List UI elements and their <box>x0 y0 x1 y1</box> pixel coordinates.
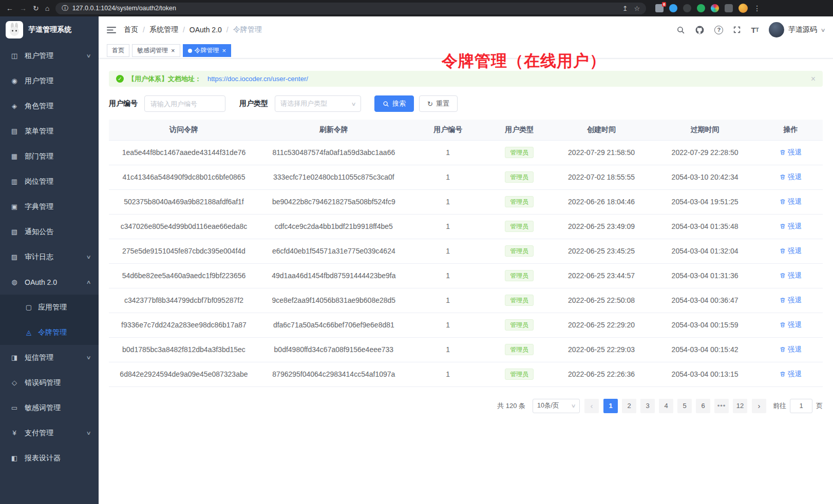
page-button-3[interactable]: 3 <box>640 399 655 413</box>
token-table: 访问令牌刷新令牌用户编号用户类型创建时间过期时间操作 1ea5e44f8bc14… <box>109 120 823 387</box>
page-button-4[interactable]: 4 <box>659 399 673 413</box>
breadcrumb-item[interactable]: OAuth 2.0 / <box>190 26 233 34</box>
tab-2[interactable]: 令牌管理 × <box>183 44 232 57</box>
alert-close-icon[interactable]: × <box>811 75 816 83</box>
breadcrumb-item[interactable]: 首页 / <box>124 25 149 34</box>
search-button[interactable]: 搜索 <box>374 95 414 112</box>
refresh-token-cell: cdfc4ce9c2da4bb1bdf21b9918ff4be5 <box>259 214 409 239</box>
help-icon[interactable]: ? <box>714 26 723 34</box>
expire-time-cell: 2054-03-04 01:35:48 <box>651 214 759 239</box>
bookmark-star-icon[interactable]: ☆ <box>634 5 640 12</box>
access-token-cell: 275e5de9151045fe87cbdc395e004f4d <box>109 239 259 263</box>
search-icon[interactable] <box>676 26 685 34</box>
fullscreen-icon[interactable] <box>733 26 741 34</box>
user-id-cell: 1 <box>409 337 487 362</box>
table-row: 41c41346a548490f9dc8b01c6bfe0865 333ecfc… <box>109 165 823 189</box>
sidebar-item-oauth-token[interactable]: ◬ 令牌管理 <box>0 320 99 345</box>
user-menu[interactable]: 芋道源码 ∨ <box>769 22 825 37</box>
browser-profile-avatar[interactable] <box>739 4 748 13</box>
chevron-down-icon: ∨ <box>86 53 91 59</box>
sidebar-item-menu[interactable]: ▤ 菜单管理 <box>0 119 99 144</box>
sidebar-item-audit[interactable]: ▨ 审计日志 ∨ <box>0 244 99 269</box>
force-logout-button[interactable]: 强退 <box>780 246 802 256</box>
column-header-user-id: 用户编号 <box>409 120 487 140</box>
prev-page-button[interactable]: ‹ <box>584 399 599 413</box>
extension-icon[interactable] <box>711 4 719 12</box>
browser-reload-icon[interactable]: ↻ <box>33 5 39 12</box>
extension-icon[interactable] <box>697 4 705 12</box>
force-logout-button[interactable]: 强退 <box>780 296 802 305</box>
force-logout-button[interactable]: 强退 <box>780 271 802 280</box>
sidebar-item-tenant[interactable]: ◫ 租户管理 ∨ <box>0 43 99 68</box>
sidebar-item-post[interactable]: ▥ 岗位管理 <box>0 169 99 194</box>
force-logout-button[interactable]: 强退 <box>780 370 802 379</box>
sidebar-collapse-icon[interactable] <box>107 26 116 34</box>
page-button-12[interactable]: 12 <box>733 399 747 413</box>
sidebar: 芋道管理系统 ◫ 租户管理 ∨ ◉ 用户管理 ◈ 角色管理 ▤ 菜单管理 ▦ 部… <box>0 16 99 504</box>
tab-close-icon[interactable]: × <box>171 47 175 54</box>
sidebar-item-sms[interactable]: ◨ 短信管理 ∨ <box>0 345 99 370</box>
github-icon[interactable] <box>695 25 705 35</box>
tab-0[interactable]: 首页 <box>107 44 129 57</box>
force-logout-button[interactable]: 强退 <box>780 172 802 182</box>
breadcrumb-item[interactable]: 令牌管理 <box>233 25 262 34</box>
force-logout-button[interactable]: 强退 <box>780 148 802 157</box>
extension-icon[interactable] <box>669 4 677 12</box>
page-info-icon[interactable]: ⓘ <box>62 4 68 13</box>
top-header: 首页 / 系统管理 / OAuth 2.0 / 令牌管理 ? TT <box>99 16 833 43</box>
trash-icon <box>780 174 786 180</box>
breadcrumb-item[interactable]: 系统管理 / <box>149 25 190 34</box>
user-type-select[interactable]: 请选择用户类型 ∨ <box>275 95 361 112</box>
sidebar-item-oauth-app[interactable]: ▢ 应用管理 <box>0 295 99 320</box>
page-button-2[interactable]: 2 <box>622 399 636 413</box>
extension-icon[interactable]: 6 <box>655 4 664 12</box>
user-id-cell: 1 <box>409 362 487 386</box>
sidebar-item-report[interactable]: ◧ 报表设计器 <box>0 445 99 471</box>
force-logout-button[interactable]: 强退 <box>780 222 802 231</box>
force-logout-button[interactable]: 强退 <box>780 320 802 329</box>
font-size-icon[interactable]: TT <box>751 26 759 34</box>
sidebar-item-notice[interactable]: ▧ 通知公告 <box>0 219 99 244</box>
browser-home-icon[interactable]: ⌂ <box>45 5 49 12</box>
tab-close-icon[interactable]: × <box>222 47 226 54</box>
refresh-token-cell: 49d1aa46d1454fbd87591444423be9fa <box>259 263 409 288</box>
page-button-5[interactable]: 5 <box>677 399 692 413</box>
sidebar-item-sensitive[interactable]: ▭ 敏感词管理 <box>0 395 99 420</box>
page-button-1[interactable]: 1 <box>603 399 618 413</box>
sidebar-item-errcode[interactable]: ◇ 错误码管理 <box>0 370 99 395</box>
doc-link[interactable]: https://doc.iocoder.cn/user-center/ <box>207 75 308 83</box>
token-broadcast-icon: ◬ <box>25 328 33 336</box>
share-icon[interactable]: ↥ <box>622 5 628 12</box>
puzzle-extension-icon[interactable] <box>725 4 733 12</box>
browser-forward-icon[interactable]: → <box>20 5 27 12</box>
refresh-icon: ↻ <box>427 101 433 107</box>
access-token-cell: 502375b8040a469a9b82188afdf6af1f <box>109 189 259 214</box>
browser-back-icon[interactable]: ← <box>6 5 13 12</box>
goto-page-input[interactable] <box>790 399 812 413</box>
sidebar-item-dict[interactable]: ▣ 字典管理 <box>0 194 99 219</box>
page-list: 123456•••12 <box>603 399 747 413</box>
user-id-cell: 1 <box>409 288 487 313</box>
sidebar-item-pay[interactable]: ¥ 支付管理 ∨ <box>0 420 99 445</box>
expire-time-cell: 2054-03-04 00:15:59 <box>651 313 759 337</box>
create-time-cell: 2022-06-25 23:45:25 <box>552 239 652 263</box>
page-ellipsis[interactable]: ••• <box>714 399 729 413</box>
user-type-label: 用户类型 <box>239 99 268 108</box>
browser-menu-icon[interactable]: ⋮ <box>753 5 761 12</box>
reset-button[interactable]: ↻ 重置 <box>419 95 458 112</box>
force-logout-button[interactable]: 强退 <box>780 345 802 354</box>
browser-address-bar[interactable]: ⓘ 127.0.0.1:1024/system/oauth2/token ↥ ☆ <box>55 3 646 14</box>
user-type-cell: 管理员 <box>487 140 552 165</box>
extension-icon[interactable] <box>683 4 691 12</box>
tab-1[interactable]: 敏感词管理 × <box>132 44 180 57</box>
page-button-6[interactable]: 6 <box>696 399 710 413</box>
user-id-input[interactable] <box>144 95 225 112</box>
sidebar-item-dept[interactable]: ▦ 部门管理 <box>0 144 99 169</box>
next-page-button[interactable]: › <box>752 399 766 413</box>
force-logout-button[interactable]: 强退 <box>780 197 802 206</box>
app-logo-row[interactable]: 芋道管理系统 <box>0 16 99 43</box>
sidebar-item-user[interactable]: ◉ 用户管理 <box>0 68 99 93</box>
sidebar-item-role[interactable]: ◈ 角色管理 <box>0 93 99 119</box>
page-size-select[interactable]: 10条/页 ∨ <box>533 399 580 413</box>
sidebar-item-oauth[interactable]: ◍ OAuth 2.0 ∧ <box>0 269 99 295</box>
